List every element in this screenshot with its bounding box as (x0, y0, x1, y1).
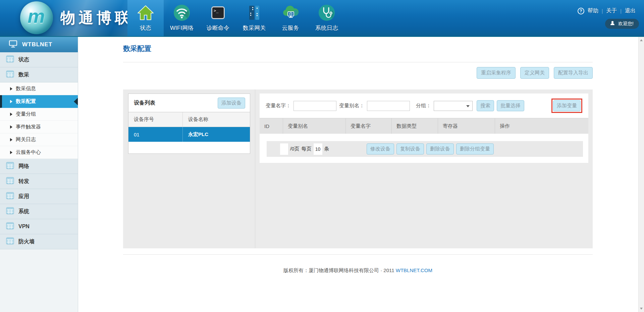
modify-device-button[interactable]: 修改设备 (367, 143, 394, 154)
grid-icon (6, 55, 14, 64)
config-panel: 设备列表 添加设备 设备序号 设备名称 01 永宏PLC 变量名字： (123, 89, 593, 248)
stethoscope-icon (318, 4, 335, 21)
unit-label: 条 (324, 146, 329, 152)
help-link[interactable]: 帮助 (588, 7, 598, 14)
per-page-input[interactable] (314, 143, 322, 155)
sidebar-item-network[interactable]: 网络 (0, 159, 78, 174)
grid-icon (6, 162, 14, 171)
col-datatype: 数据类型 (392, 118, 438, 134)
grid-icon (6, 207, 14, 216)
sidebar-item-datacollect-config[interactable]: 数采配置 (0, 95, 78, 108)
triangle-bullet-icon (10, 113, 12, 116)
logout-link[interactable]: 退出 (625, 7, 636, 14)
welcome-badge[interactable]: 欢迎您! (605, 19, 639, 29)
nav-item-status[interactable]: 状态 (127, 0, 164, 37)
grid-icon (6, 237, 14, 246)
col-actions: 操作 (495, 118, 588, 134)
sidebar-item-datacollect[interactable]: 数采 (0, 67, 78, 82)
top-header: 物通博联 状态 (0, 0, 644, 37)
footer-link[interactable]: WTBLNET.COM (396, 267, 432, 273)
delete-device-button[interactable]: 删除设备 (426, 143, 454, 154)
vertical-divider (255, 89, 255, 248)
about-link[interactable]: 关于 (606, 7, 617, 14)
group-label: 分组： (416, 103, 431, 109)
app-window: 物通博联 状态 (0, 0, 644, 312)
nav-item-wifi[interactable]: WIFI网络 (164, 0, 200, 37)
scroll-down-icon[interactable] (640, 308, 643, 310)
sidebar-item-gateway-log[interactable]: 网关日志 (0, 133, 78, 146)
pagination-strip: /0页 每页 条 修改设备 复制设备 删除设备 删除分组变量 (267, 141, 583, 157)
sidebar-item-datacollect-info[interactable]: 数采信息 (0, 82, 78, 95)
restart-collector-button[interactable]: 重启采集程序 (477, 67, 516, 79)
sidebar-item-firewall[interactable]: 防火墙 (0, 234, 78, 249)
device-row-selected[interactable]: 01 永宏PLC (128, 127, 250, 142)
help-icon: ? (578, 8, 584, 14)
define-gateway-button[interactable]: 定义网关 (520, 67, 549, 79)
globe-logo-icon (20, 1, 53, 34)
var-alias-label: 变量别名： (339, 103, 364, 109)
sidebar-item-event-trigger[interactable]: 事件触发器 (0, 121, 78, 133)
main-content: 数采配置 重启采集程序 定义网关 配置导入导出 设备列表 添加设备 设备序号 设… (78, 37, 638, 312)
chevron-down-icon (466, 105, 470, 107)
device-name: 永宏PLC (183, 127, 250, 142)
brand-name: 物通博联 (60, 8, 133, 28)
triangle-bullet-icon (10, 125, 12, 129)
top-links: ? 帮助 | 关于 | 退出 (578, 7, 636, 14)
col-alias: 变量别名 (283, 118, 346, 134)
sidebar-item-forward[interactable]: 转发 (0, 174, 78, 189)
delete-group-variable-button[interactable]: 删除分组变量 (456, 143, 494, 154)
triangle-bullet-icon (10, 138, 12, 141)
divider (123, 254, 593, 255)
search-button[interactable]: 搜索 (477, 100, 494, 111)
welcome-text: 欢迎您! (618, 21, 634, 27)
variable-table-body: /0页 每页 条 修改设备 复制设备 删除设备 删除分组变量 (260, 134, 588, 163)
batch-select-button[interactable]: 批量选择 (497, 100, 524, 111)
sidebar-item-variable-group[interactable]: 变量分组 (0, 108, 78, 121)
sidebar-item-vpn[interactable]: VPN (0, 219, 78, 234)
sidebar-item-cloud-center[interactable]: 云服务中心 (0, 146, 78, 159)
brand-logo: 物通博联 (20, 1, 133, 34)
wifi-icon (173, 4, 191, 21)
copy-device-button[interactable]: 复制设备 (396, 143, 424, 154)
link-separator: | (620, 8, 622, 14)
sidebar-item-application[interactable]: 应用 (0, 189, 78, 204)
add-variable-button[interactable]: 添加变量 (553, 100, 581, 111)
cloud-icon (282, 4, 299, 21)
scroll-up-icon[interactable] (640, 39, 643, 41)
sidebar-title: WTBLNET (22, 41, 52, 48)
user-icon (610, 20, 615, 27)
nav-item-cloud[interactable]: 云服务 (272, 0, 309, 37)
sidebar-header: WTBLNET (0, 37, 78, 52)
device-serial: 01 (128, 127, 183, 142)
triangle-bullet-icon (10, 100, 12, 103)
svg-text:>_: >_ (214, 8, 219, 13)
terminal-icon: >_ (209, 4, 227, 21)
home-icon (137, 4, 154, 21)
var-alias-input[interactable] (367, 101, 410, 111)
sidebar: WTBLNET 状态 (0, 37, 78, 312)
nav-item-syslog[interactable]: 系统日志 (309, 0, 345, 37)
vertical-scrollbar[interactable] (638, 37, 644, 312)
device-table-header: 设备序号 设备名称 (128, 112, 250, 127)
gateway-icon (246, 4, 263, 21)
nav-item-gateway[interactable]: 数采网关 (236, 0, 272, 37)
triangle-bullet-icon (10, 87, 12, 90)
copyright-text: 版权所有：厦门物通博联网络科技有限公司 · 2011 (283, 267, 394, 273)
nav-item-diagnostic[interactable]: >_ 诊断命令 (200, 0, 236, 37)
divider (123, 62, 593, 62)
grid-icon (6, 177, 14, 186)
group-select[interactable] (434, 101, 473, 111)
add-device-button[interactable]: 添加设备 (218, 98, 245, 109)
grid-icon (6, 70, 14, 79)
page-number-input[interactable] (280, 143, 288, 155)
config-import-export-button[interactable]: 配置导入导出 (554, 67, 593, 79)
device-list-title: 设备列表 (134, 100, 155, 107)
sidebar-item-system[interactable]: 系统 (0, 204, 78, 219)
grid-icon (6, 192, 14, 201)
device-list-header: 设备列表 添加设备 (128, 94, 250, 112)
page-footer: 版权所有：厦门物通博联网络科技有限公司 · 2011 WTBLNET.COM (123, 267, 593, 274)
var-name-input[interactable] (293, 101, 336, 111)
link-separator: | (602, 8, 603, 14)
device-col-name: 设备名称 (183, 112, 250, 127)
sidebar-item-status[interactable]: 状态 (0, 52, 78, 67)
